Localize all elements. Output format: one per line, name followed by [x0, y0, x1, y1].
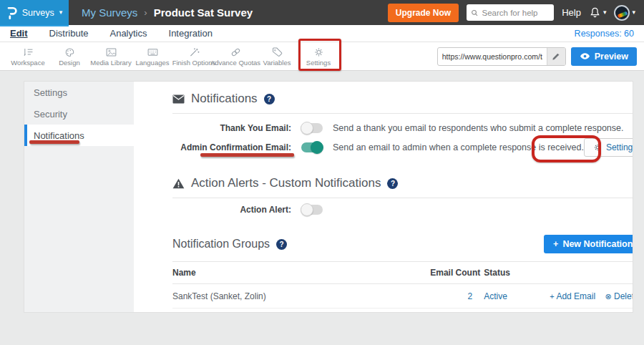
section-title: Notifications — [191, 92, 258, 106]
gear-icon — [313, 47, 325, 58]
product-menu-label: Surveys — [22, 8, 54, 18]
pencil-icon — [552, 52, 560, 61]
admin-confirmation-email-row: Admin Confirmation Email: Send an email … — [172, 138, 633, 157]
settings-page: Settings Security Notifications Notifica… — [0, 71, 644, 345]
envelope-icon — [172, 94, 185, 104]
tab-edit[interactable]: Edit — [10, 28, 28, 39]
section-title: Notification Groups — [172, 238, 270, 251]
warning-icon — [172, 178, 185, 189]
gear-icon — [593, 143, 602, 152]
divider — [172, 198, 633, 198]
chevron-down-icon: ▾ — [603, 9, 607, 16]
breadcrumb-current: Product Sat Survey — [154, 6, 253, 19]
column-header-status: Status — [484, 268, 550, 278]
preview-button[interactable]: Preview — [571, 47, 637, 66]
notifications-section-header: Notifications ? — [172, 91, 633, 107]
magic-wand-icon — [188, 47, 200, 58]
plus-icon: + — [550, 292, 554, 301]
breadcrumb-separator: › — [144, 7, 147, 18]
admin-confirmation-email-label: Admin Confirmation Email: — [172, 142, 291, 152]
action-alert-row: Action Alert: — [172, 205, 633, 215]
delete-link[interactable]: ⊗ Delete — [605, 291, 633, 301]
toolbar-item-advance-quotas[interactable]: Advance Quotas — [215, 47, 256, 67]
help-search-box[interactable] — [467, 4, 554, 21]
chain-link-icon — [230, 47, 242, 58]
group-table-row: SankTest (Sanket, Zolin) 2 Active + Add … — [172, 284, 633, 308]
account-menu-button[interactable]: ▾ — [614, 5, 635, 21]
survey-subnav: Edit Distribute Analytics Integration Re… — [0, 25, 644, 42]
help-question-icon[interactable]: ? — [387, 178, 398, 189]
thank-you-email-row: Thank You Email: Send a thank you email … — [172, 123, 633, 133]
questionpro-settings-screen: Surveys ▾ My Surveys › Product Sat Surve… — [0, 0, 644, 345]
admin-confirmation-email-description: Send an email to admin when a complete r… — [333, 142, 584, 152]
questionpro-logo-icon — [6, 6, 17, 19]
search-icon — [471, 9, 478, 17]
survey-url-input[interactable] — [438, 52, 547, 61]
notification-groups-header: Notification Groups ? + New Notification… — [172, 235, 633, 253]
toolbar-item-workspace[interactable]: Workspace — [7, 47, 49, 67]
survey-url-group: Preview — [437, 47, 637, 66]
section-title: Action Alerts - Custom Notifications — [191, 176, 381, 190]
action-alert-label: Action Alert: — [172, 205, 291, 215]
plus-icon: + — [553, 239, 558, 249]
action-alert-toggle[interactable] — [301, 205, 323, 215]
toolbar-item-variables[interactable]: Variables — [256, 47, 298, 67]
sidebar-item-security[interactable]: Security — [24, 103, 134, 125]
help-question-icon[interactable]: ? — [264, 94, 275, 105]
breadcrumb: My Surveys › Product Sat Survey — [82, 6, 253, 19]
thank-you-email-toggle[interactable] — [301, 123, 323, 133]
responses-count[interactable]: Responses: 60 — [575, 29, 634, 39]
workspace-icon — [22, 47, 34, 58]
tab-distribute[interactable]: Distribute — [49, 28, 89, 39]
image-icon — [105, 47, 117, 58]
toolbar-item-finish-options[interactable]: Finish Options — [173, 47, 215, 67]
notifications-bell-button[interactable]: ▾ — [589, 6, 607, 19]
help-question-icon[interactable]: ? — [276, 239, 287, 250]
toolbar-item-media-library[interactable]: Media Library — [90, 47, 132, 67]
groups-table-header: Name Email Count Status — [172, 261, 633, 284]
edit-url-button[interactable] — [547, 48, 565, 65]
chevron-down-icon: ▾ — [632, 9, 635, 16]
action-alerts-section-header: Action Alerts - Custom Notifications ? — [172, 175, 633, 191]
group-name: SankTest (Sanket, Zolin) — [172, 291, 430, 301]
avatar — [614, 5, 630, 21]
notification-groups-title-wrap: Notification Groups ? — [172, 236, 287, 252]
toolbar-item-design[interactable]: Design — [49, 47, 90, 67]
keyboard-icon — [147, 47, 159, 58]
group-status-link[interactable]: Active — [484, 291, 550, 301]
survey-url-field[interactable] — [437, 47, 566, 66]
column-header-email-count: Email Count — [430, 268, 484, 278]
column-header-actions — [550, 268, 633, 278]
upgrade-now-button[interactable]: Upgrade Now — [388, 4, 459, 22]
divider — [172, 113, 633, 114]
admin-email-settings-button[interactable]: Settings — [584, 138, 633, 157]
help-link[interactable]: Help — [562, 7, 581, 18]
toolbar-item-settings[interactable]: Settings — [298, 47, 339, 67]
sidebar-item-settings[interactable]: Settings — [24, 82, 134, 103]
breadcrumb-parent-link[interactable]: My Surveys — [82, 6, 137, 19]
thank-you-email-description: Send a thank you email to respondents wh… — [333, 123, 624, 133]
group-email-count-link[interactable]: 2 — [430, 291, 484, 301]
tag-icon — [271, 47, 283, 58]
sidebar-item-notifications[interactable]: Notifications — [24, 125, 134, 146]
chevron-down-icon: ▾ — [59, 9, 63, 16]
new-notification-group-button[interactable]: + New Notification Group — [544, 235, 633, 253]
top-navbar: Surveys ▾ My Surveys › Product Sat Surve… — [0, 0, 644, 25]
palette-icon — [64, 47, 76, 58]
add-email-link[interactable]: + Add Email — [550, 291, 595, 301]
notifications-panel: Notifications ? Thank You Email: Send a … — [134, 82, 633, 312]
tab-integration[interactable]: Integration — [169, 28, 213, 39]
admin-confirmation-email-toggle[interactable] — [301, 142, 323, 152]
thank-you-email-label: Thank You Email: — [172, 123, 291, 133]
bell-icon — [589, 6, 601, 19]
topbar-right-group: Upgrade Now Help ▾ ▾ — [388, 4, 644, 22]
group-actions: + Add Email ⊗ Delete — [550, 291, 633, 301]
product-menu[interactable]: Surveys ▾ — [0, 0, 69, 25]
help-search-input[interactable] — [482, 9, 550, 17]
eye-icon — [580, 52, 590, 60]
tab-analytics[interactable]: Analytics — [109, 28, 147, 39]
settings-card: Settings Security Notifications Notifica… — [24, 81, 633, 313]
settings-sidebar: Settings Security Notifications — [24, 82, 134, 312]
delete-circle-icon: ⊗ — [605, 292, 611, 301]
toolbar-item-languages[interactable]: Languages — [132, 47, 173, 67]
